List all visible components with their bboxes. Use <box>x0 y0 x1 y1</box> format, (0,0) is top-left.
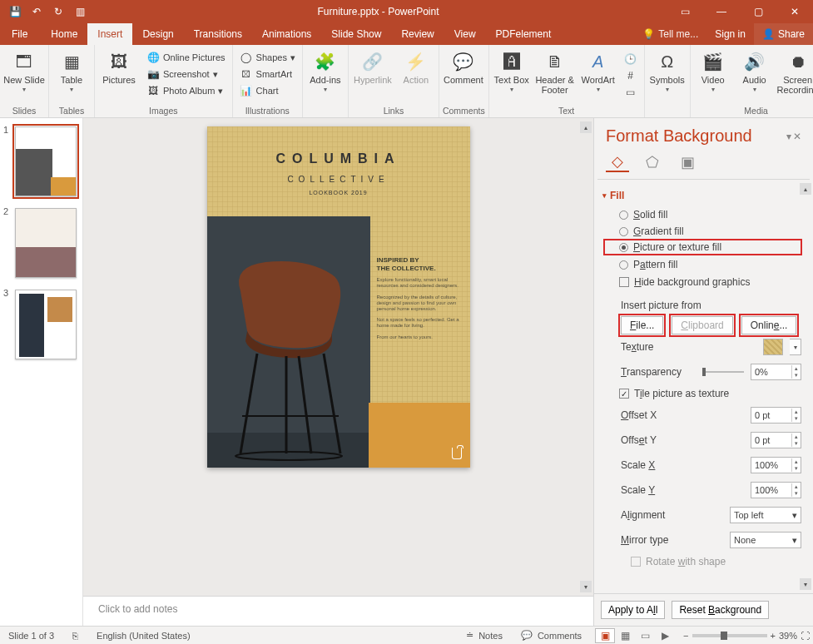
scroll-up-icon[interactable]: ▴ <box>800 183 811 195</box>
pane-menu-icon[interactable]: ▾ <box>786 131 791 142</box>
undo-icon[interactable]: ↶ <box>27 2 47 22</box>
close-icon[interactable]: ✕ <box>776 0 813 23</box>
scroll-up-icon[interactable]: ▴ <box>580 121 592 133</box>
effects-category-icon[interactable]: ⬠ <box>641 152 664 172</box>
comment-button[interactable]: 💬 Comment <box>443 47 484 85</box>
header-footer-button[interactable]: 🗎Header & Footer <box>534 47 576 95</box>
zoom-level[interactable]: 39% <box>779 631 797 641</box>
comment-icon: 💬 <box>450 50 477 73</box>
apply-to-all-button[interactable]: Apply to All <box>601 601 665 619</box>
minimize-icon[interactable]: — <box>703 0 740 23</box>
share-button[interactable]: 👤Share <box>754 23 813 45</box>
text-box-button[interactable]: 🅰Text Box▾ <box>493 47 531 94</box>
video-button[interactable]: 🎬Video▾ <box>694 47 732 94</box>
sign-in-button[interactable]: Sign in <box>706 23 754 45</box>
ribbon-options-icon[interactable]: ▭ <box>667 0 703 23</box>
spellcheck-icon[interactable]: ⎘ <box>67 631 83 641</box>
transparency-slider[interactable] <box>702 368 744 376</box>
scale-y-spinner[interactable]: 100%▴▾ <box>751 482 801 498</box>
sorter-view-icon[interactable]: ▦ <box>615 628 635 643</box>
picture-texture-fill-radio[interactable]: Picture or texture fill <box>604 240 801 255</box>
tell-me-label: Tell me... <box>658 28 698 40</box>
tab-review[interactable]: Review <box>391 23 444 45</box>
offset-y-spinner[interactable]: 0 pt▴▾ <box>751 432 801 448</box>
symbols-button[interactable]: ΩSymbols▾ <box>648 47 687 94</box>
language-status[interactable]: English (United States) <box>92 631 196 641</box>
offset-x-spinner[interactable]: 0 pt▴▾ <box>751 407 801 424</box>
pattern-fill-radio[interactable]: Pattern fill <box>602 256 801 273</box>
tell-me[interactable]: 💡Tell me... <box>634 23 706 45</box>
scale-x-spinner[interactable]: 100%▴▾ <box>751 457 801 473</box>
tab-animations[interactable]: Animations <box>252 23 321 45</box>
chart-button[interactable]: 📊Chart <box>236 83 299 98</box>
notes-toggle[interactable]: ≐ Notes <box>461 630 508 641</box>
zoom-slider[interactable] <box>692 634 767 637</box>
object-button[interactable]: ▭ <box>621 85 641 100</box>
online-button[interactable]: Online... <box>741 316 797 334</box>
file-button[interactable]: File... <box>621 316 663 334</box>
start-from-beginning-icon[interactable]: ▥ <box>70 2 90 22</box>
gradient-fill-radio[interactable]: Gradient fill <box>602 223 801 240</box>
online-pictures-label: Online Pictures <box>163 52 226 62</box>
tab-file[interactable]: File <box>0 23 41 45</box>
mirror-combo[interactable]: None▾ <box>730 532 801 548</box>
slide-thumbnail-2[interactable]: 2 <box>5 208 77 278</box>
pictures-button[interactable]: 🖼 Pictures <box>98 47 140 85</box>
alignment-value: Top left <box>734 510 763 520</box>
slide-canvas[interactable]: COLUMBIA COLLECTIVE LOOKBOOK 2019 <box>207 126 470 468</box>
screen-recording-button[interactable]: ⏺Screen Recording <box>777 47 813 95</box>
save-icon[interactable]: 💾 <box>5 2 25 22</box>
audio-button[interactable]: 🔊Audio▾ <box>736 47 774 94</box>
table-button[interactable]: ▦ Table ▾ <box>52 47 91 94</box>
slide-thumbnail-1[interactable]: 1 <box>5 126 77 196</box>
scroll-down-icon[interactable]: ▾ <box>800 578 811 590</box>
editor-scrollbar[interactable]: ▴ ▾ <box>580 121 592 592</box>
slideshow-view-icon[interactable]: ▶ <box>655 628 675 643</box>
normal-view-icon[interactable]: ▣ <box>595 628 615 643</box>
video-label: Video <box>701 75 725 85</box>
fit-to-window-icon[interactable]: ⛶ <box>801 631 810 641</box>
pane-close-icon[interactable]: ✕ <box>793 131 801 142</box>
tab-transitions[interactable]: Transitions <box>184 23 252 45</box>
tab-view[interactable]: View <box>444 23 486 45</box>
slide-number-button[interactable]: # <box>621 68 641 83</box>
alignment-combo[interactable]: Top left▾ <box>730 507 801 523</box>
picture-category-icon[interactable]: ▣ <box>676 152 699 172</box>
tab-pdfelement[interactable]: PDFelement <box>486 23 562 45</box>
tab-home[interactable]: Home <box>41 23 87 45</box>
date-time-button[interactable]: 🕒 <box>621 52 641 67</box>
hide-background-checkbox[interactable]: Hide background graphics <box>602 273 801 291</box>
slide-thumbnail-3[interactable]: 3 <box>5 290 77 359</box>
slide-text-block: INSPIRED BYTHE COLLECTIVE. Explore funct… <box>377 256 460 345</box>
reading-view-icon[interactable]: ▭ <box>635 628 655 643</box>
symbols-label: Symbols <box>650 75 685 85</box>
ribbon-group-comments: 💬 Comment Comments <box>439 45 489 117</box>
pane-scrollbar[interactable]: ▴ ▾ <box>800 183 811 590</box>
fill-section-header[interactable]: ▾Fill <box>602 186 801 206</box>
tab-slideshow[interactable]: Slide Show <box>321 23 391 45</box>
scroll-down-icon[interactable]: ▾ <box>580 581 592 592</box>
reset-background-button[interactable]: Reset Background <box>672 601 769 619</box>
online-pictures-button[interactable]: 🌐Online Pictures <box>143 50 229 65</box>
tile-picture-checkbox[interactable]: ✓Tile picture as texture <box>602 384 801 403</box>
maximize-icon[interactable]: ▢ <box>740 0 776 23</box>
texture-swatch[interactable] <box>763 339 783 355</box>
slide-counter[interactable]: Slide 1 of 3 <box>3 631 59 641</box>
photo-album-button[interactable]: 🖼Photo Album ▾ <box>143 83 229 98</box>
addins-button[interactable]: 🧩 Add-ins ▾ <box>306 47 345 94</box>
comments-toggle[interactable]: 💬 Comments <box>516 630 587 641</box>
tab-insert[interactable]: Insert <box>87 23 132 45</box>
solid-fill-radio[interactable]: Solid fill <box>602 206 801 223</box>
wordart-button[interactable]: AWordArt▾ <box>579 47 617 94</box>
redo-icon[interactable]: ↻ <box>48 2 68 22</box>
transparency-spinner[interactable]: 0%▴▾ <box>751 364 801 380</box>
shapes-button[interactable]: ◯Shapes ▾ <box>236 50 299 65</box>
notes-pane[interactable]: Click to add notes <box>83 596 593 626</box>
fill-category-icon[interactable]: ◇ <box>606 152 629 172</box>
screenshot-button[interactable]: 📷Screenshot ▾ <box>143 67 229 82</box>
smartart-button[interactable]: ⛝SmartArt <box>236 67 299 82</box>
tab-design[interactable]: Design <box>132 23 183 45</box>
zoom-in-icon[interactable]: + <box>771 631 776 641</box>
new-slide-button[interactable]: 🗔 New Slide ▾ <box>3 47 45 94</box>
zoom-out-icon[interactable]: − <box>683 631 688 641</box>
